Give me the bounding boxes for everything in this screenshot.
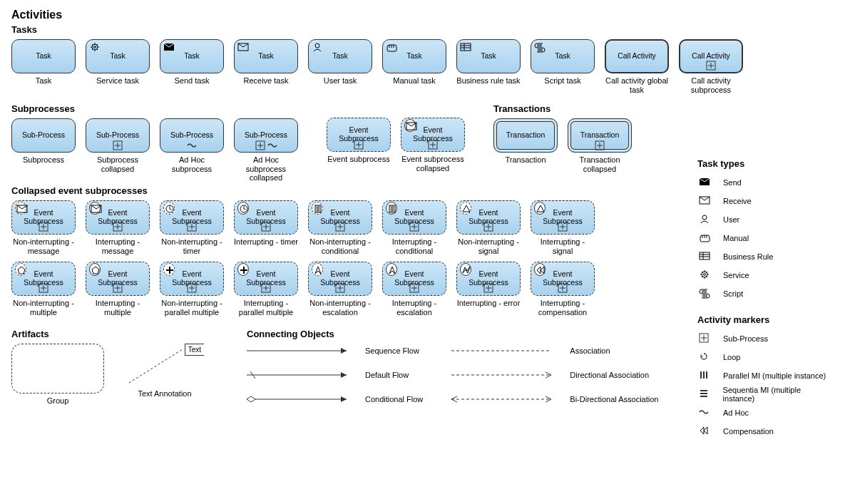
rule-icon [697,252,713,262]
event-icon [534,203,546,213]
activity-shape: Event Subprocess [308,262,372,296]
activity-label: Task [481,52,496,61]
legend-row: Sequentia MI (multiple instance) [697,385,833,403]
activity-cell: Sub-Process Ad Hoc subprocess [160,118,224,182]
tilde-marker-icon [267,140,277,150]
activity-shape: Event Subprocess [160,262,224,296]
activity-shape: Event Subprocess [234,262,298,296]
activity-label: Task [406,52,422,61]
activity-caption: Manual task [393,76,435,96]
plusbox-icon [697,334,713,344]
activity-caption: Receive task [244,76,289,96]
user-icon [697,215,713,225]
activity-caption: Interrupting - message [86,237,150,257]
activity-cell: Call Activity Call activity global task [605,39,669,96]
event-icon [534,264,546,274]
connector-label: Directional Association [570,371,649,379]
activity-shape: Event Subprocess [86,262,150,296]
legend-row: User [697,210,833,229]
plusbox-marker-icon [354,140,364,149]
activity-shape: Event Subprocess [531,200,595,235]
activity-label: Task [555,52,570,61]
event-icon [89,203,101,213]
user-icon [312,42,323,52]
activity-label: Task [332,52,348,61]
connector-label: Sequence Flow [365,346,419,355]
legend-row: Service [697,266,833,284]
activity-label: Call Activity [618,52,656,61]
activity-cell: Event Subprocess Interrupting - timer [234,200,298,257]
script-icon [697,289,713,299]
heading-tasks: Tasks [11,24,839,35]
activity-cell: Task Manual task [382,39,446,96]
event-icon [460,264,471,274]
textann-caption: Text Annotation [138,389,191,409]
plusbox-marker-icon [336,222,345,232]
heading-transactions: Transactions [493,103,632,114]
activity-shape: Event Subprocess [234,200,298,235]
activity-label: Task [36,52,51,61]
heading-artifacts: Artifacts [11,329,204,339]
activity-caption: User task [324,76,357,96]
activity-caption: Non-interrupting - signal [456,237,521,257]
text-annotation-label: Text [185,344,204,356]
activity-cell: Event Subprocess Event subprocess [327,118,391,175]
receive-icon [237,42,249,52]
legend-label: Loop [723,353,740,361]
activity-shape: Call Activity [605,39,669,73]
event-icon [163,203,175,213]
activity-label: Sub-Process [22,131,65,140]
activity-caption: Ad Hoc subprocess collapsed [234,155,298,182]
activity-shape: Task [11,39,76,73]
activity-caption: Interrupting - error [457,299,521,319]
activity-caption: Business rule task [456,76,520,96]
activity-shape: Event Subprocess [86,200,150,235]
activity-cell: Event Subprocess Event subprocess collap… [401,118,465,175]
activity-caption: Interrupting - compensation [531,299,595,319]
legend-label: Ad Hoc [723,408,749,417]
activity-cell: Event Subprocess Interrupting - escalati… [382,262,446,319]
activity-caption: Call activity subprocess [679,76,743,96]
activity-cell: Sub-Process Subprocess [11,118,76,182]
legend-row: Manual [697,229,833,247]
plusbox-marker-icon [595,140,605,150]
activity-cell: Sub-Process Subprocess collapsed [86,118,150,182]
activity-caption: Ad Hoc subprocess [160,155,224,175]
legend-label: Sequentia MI (multiple instance) [723,386,833,403]
plusbox-marker-icon [707,61,716,70]
legend-label: Business Rule [723,252,773,261]
send-icon [163,42,175,52]
event-icon [89,264,101,274]
connector-label: Bi-Directional Association [570,395,658,403]
event-icon [237,203,249,213]
seqmi-icon [697,389,713,399]
plusbox-marker-icon [262,284,271,293]
connector-row: Default Flow [247,368,423,382]
activity-cell: Task Task [11,39,76,96]
legend-label: Parallel MI (multiple instance) [723,371,826,380]
activity-cell: Event Subprocess Interrupting - multiple [86,262,150,319]
event-icon [312,264,323,274]
activity-label: Sub-Process [96,131,139,140]
legend-row: Sub-Process [697,329,833,348]
tilde-icon [697,408,713,418]
activity-cell: Task Business rule task [456,39,521,96]
heading-task-types: Task types [697,158,833,169]
tasks-row: Task Task Task Service task Task Send ta… [11,39,839,96]
activity-caption: Interrupting - conditional [382,237,446,257]
connector-label: Association [570,346,610,355]
heading-connecting-objects: Connecting Objects [247,329,658,339]
gear-icon [697,270,713,280]
activity-cell: Event Subprocess Non-interrupting - para… [160,262,224,319]
activity-caption: Event subprocess [327,155,389,175]
activity-shape: Sub-Process [11,118,76,153]
activity-caption: Subprocess collapsed [86,155,150,175]
activity-cell: Event Subprocess Interrupting - parallel… [234,262,298,319]
activity-shape: Event Subprocess [11,200,76,235]
activity-cell: Event Subprocess Interrupting - compensa… [531,262,595,319]
activity-cell: Event Subprocess Non-interrupting - time… [160,200,224,257]
activity-cell: Sub-Process Ad Hoc subprocess collapsed [234,118,298,182]
legend-label: User [723,215,739,224]
activity-caption: Non-interrupting - escalation [308,299,372,319]
legend-row: Ad Hoc [697,403,833,422]
